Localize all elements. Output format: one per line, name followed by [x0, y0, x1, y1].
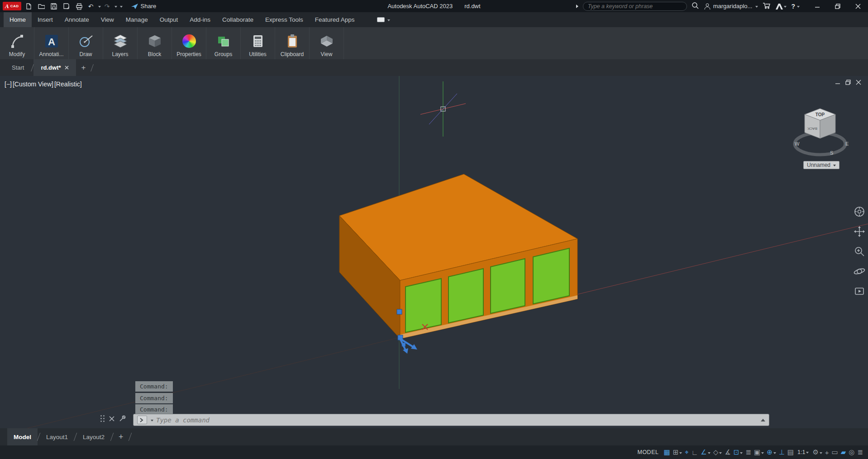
model-canvas[interactable] — [0, 76, 868, 428]
named-view-dropdown[interactable]: Unnamed — [803, 161, 839, 169]
plot-button[interactable] — [74, 1, 85, 11]
panel-groups[interactable]: Groups — [206, 27, 241, 59]
panel-utilities[interactable]: Utilities — [241, 27, 275, 59]
model-viewport[interactable]: [−] [Custom View] [Realistic] TOP BACK W… — [0, 76, 868, 428]
showmotion-icon[interactable] — [854, 285, 865, 297]
status-3d-object-snap[interactable]: ⊕ — [767, 448, 776, 456]
command-line-bar[interactable] — [133, 414, 769, 426]
status-add-cleanup[interactable]: + — [825, 449, 829, 456]
recent-commands-dropdown-icon[interactable] — [150, 416, 153, 423]
isodraft-dropdown-icon[interactable] — [718, 449, 722, 456]
save-button[interactable] — [48, 1, 59, 11]
help-button[interactable]: ? — [791, 3, 800, 10]
viewport-close-icon[interactable] — [856, 80, 862, 85]
viewcube[interactable]: TOP BACK W S E Unnamed — [787, 104, 855, 169]
tab-view[interactable]: View — [95, 12, 120, 27]
restore-button[interactable] — [827, 0, 848, 12]
panel-view[interactable]: View — [310, 27, 344, 59]
status-snap-mode[interactable]: ⊞ — [673, 448, 682, 456]
status-clean-screen[interactable]: ▭ — [832, 448, 838, 456]
panel-modify[interactable]: Modify — [0, 27, 34, 59]
viewport-minimize-icon[interactable] — [835, 80, 841, 85]
status-ortho-mode[interactable]: ∟ — [692, 449, 698, 456]
status-osnap-tracking[interactable]: ∡ — [725, 448, 730, 456]
osnap-dropdown-icon[interactable] — [739, 449, 743, 456]
tab-annotate[interactable]: Annotate — [59, 12, 95, 27]
redo-button[interactable]: ↷ — [103, 3, 112, 10]
file-tab-close-button[interactable] — [65, 64, 69, 71]
autodesk-apps-button[interactable] — [775, 3, 787, 10]
window-3[interactable] — [491, 259, 525, 313]
store-button[interactable] — [763, 2, 770, 10]
viewport-minimize-control[interactable]: [−] — [5, 80, 12, 88]
minimize-button[interactable] — [807, 0, 827, 12]
layout-tab-model[interactable]: Model — [7, 428, 38, 445]
status-polar-tracking[interactable]: ∠ — [701, 448, 710, 456]
status-lineweight[interactable]: ≣ — [745, 448, 751, 456]
panel-annotation[interactable]: A Annotati... — [34, 27, 69, 59]
selection-cycling-dropdown-icon[interactable] — [760, 449, 764, 456]
command-customize-wrench-icon[interactable] — [119, 415, 126, 422]
tab-collaborate[interactable]: Collaborate — [216, 12, 259, 27]
command-input[interactable] — [156, 416, 758, 424]
layout-tab-layout1[interactable]: Layout1 — [40, 428, 74, 445]
tab-home[interactable]: Home — [4, 12, 32, 27]
snap-dropdown-icon[interactable] — [678, 449, 682, 456]
tab-insert[interactable]: Insert — [32, 12, 59, 27]
navigation-wheel-icon[interactable] — [854, 206, 865, 218]
undo-button[interactable]: ↶ — [86, 3, 95, 10]
polar-dropdown-icon[interactable] — [707, 449, 711, 456]
viewcube-graphic[interactable]: TOP BACK W S E — [792, 104, 851, 158]
status-customize-menu[interactable]: ≣ — [857, 448, 863, 456]
search-button[interactable] — [692, 2, 699, 11]
tab-manage[interactable]: Manage — [120, 12, 154, 27]
viewcube-south-label[interactable]: S — [830, 150, 833, 156]
status-infer-constraints[interactable]: ⌖ — [685, 448, 688, 456]
viewcube-west-label[interactable]: W — [795, 141, 800, 147]
status-customization-gear[interactable]: ⚙ — [812, 448, 822, 456]
new-file-button[interactable] — [23, 1, 34, 11]
new-tab-button[interactable]: + — [76, 59, 91, 76]
viewport-visual-style-control[interactable]: [Realistic] — [54, 80, 82, 88]
panel-clipboard[interactable]: Clipboard — [275, 27, 310, 59]
redo-dropdown[interactable] — [114, 3, 117, 9]
status-grid-display[interactable]: ▦ — [663, 448, 670, 456]
file-tab-rd-dwt[interactable]: rd.dwt* — [33, 59, 76, 76]
tab-add-ins[interactable]: Add-ins — [184, 12, 216, 27]
close-button[interactable] — [848, 0, 868, 12]
panel-layers[interactable]: Layers — [103, 27, 138, 59]
qat-customize-dropdown[interactable] — [119, 3, 123, 9]
3d-osnap-dropdown-icon[interactable] — [773, 449, 776, 456]
ribbon-display-toggle[interactable] — [377, 12, 390, 27]
annotation-scale-control[interactable]: 1:1 — [797, 449, 809, 455]
command-expand-icon[interactable] — [761, 419, 765, 421]
viewport-view-control[interactable]: [Custom View] — [13, 80, 53, 88]
status-isolate-objects[interactable]: ◎ — [849, 448, 854, 456]
model-space-label[interactable]: MODEL — [637, 449, 658, 455]
status-annotation-monitor[interactable]: ▤ — [787, 448, 794, 456]
search-box[interactable] — [583, 2, 687, 11]
command-drag-grip[interactable] — [100, 415, 105, 422]
window-4[interactable] — [533, 248, 569, 304]
status-dynamic-ucs[interactable]: ⊥ — [779, 448, 785, 456]
status-isodraft[interactable]: ◇ — [713, 448, 722, 456]
save-as-button[interactable] — [61, 1, 72, 11]
search-input[interactable] — [588, 3, 682, 9]
status-selection-cycling[interactable]: ▣ — [754, 448, 764, 456]
panel-properties[interactable]: Properties — [172, 27, 206, 59]
undo-dropdown[interactable] — [97, 3, 101, 9]
zoom-icon[interactable] — [854, 246, 865, 257]
viewport-restore-icon[interactable] — [845, 80, 851, 85]
scale-dropdown-icon[interactable] — [805, 449, 809, 455]
status-object-snap[interactable]: ⊡ — [734, 448, 743, 456]
orbit-icon[interactable] — [854, 265, 865, 277]
tab-featured-apps[interactable]: Featured Apps — [309, 12, 361, 27]
tab-output[interactable]: Output — [154, 12, 184, 27]
window-1[interactable] — [405, 279, 441, 332]
search-expand-icon[interactable] — [576, 5, 578, 8]
new-layout-button[interactable]: + — [113, 428, 129, 445]
viewcube-east-label[interactable]: E — [845, 141, 849, 147]
pan-icon[interactable] — [854, 226, 865, 237]
panel-draw[interactable]: Draw — [69, 27, 103, 59]
tab-express-tools[interactable]: Express Tools — [259, 12, 309, 27]
